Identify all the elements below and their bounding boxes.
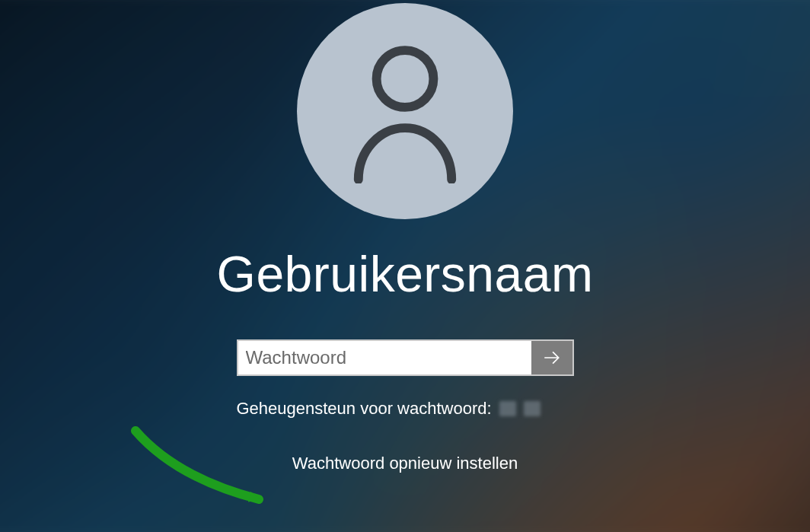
user-icon — [340, 39, 470, 183]
submit-button[interactable] — [531, 341, 572, 374]
username-label: Gebruikersnaam — [217, 245, 594, 303]
password-row — [237, 339, 574, 376]
password-input[interactable] — [238, 341, 531, 374]
arrow-right-icon — [542, 348, 562, 368]
reset-password-link[interactable]: Wachtwoord opnieuw instellen — [292, 454, 518, 473]
svg-point-0 — [377, 50, 434, 107]
user-avatar — [297, 3, 513, 219]
password-hint-label: Geheugensteun voor wachtwoord: — [237, 399, 492, 419]
login-screen: Gebruikersnaam Geheugensteun voor wachtw… — [0, 0, 810, 532]
password-hint-value-redacted — [499, 401, 541, 416]
password-hint-row: Geheugensteun voor wachtwoord: — [237, 399, 574, 419]
